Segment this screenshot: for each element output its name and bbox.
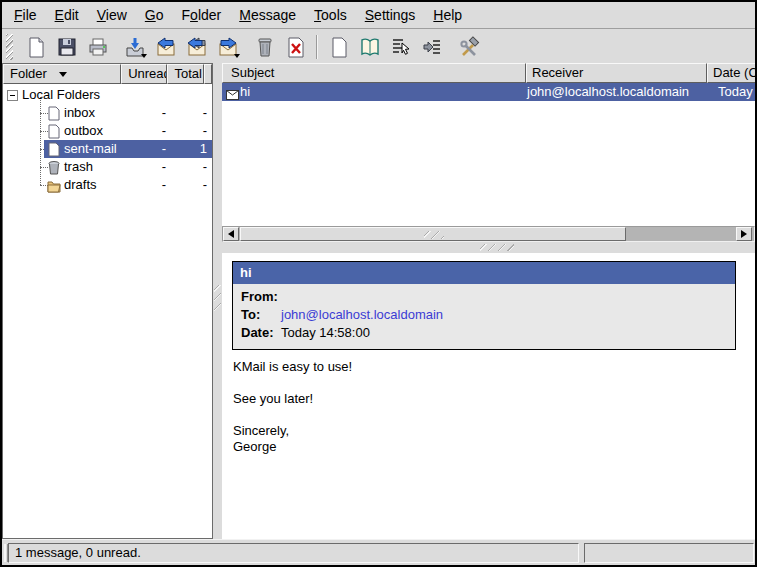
address-book-icon [359,36,381,58]
message-list-header: Subject Receiver Date (Order of Arrival) [222,63,755,83]
new-message-icon [25,36,47,58]
status-secondary-panel [584,543,754,563]
print-icon [87,36,109,58]
save-as-button[interactable] [53,33,80,60]
status-bar: 1 message, 0 unread. [2,539,755,565]
horizontal-splitter[interactable] [222,242,755,253]
message-subject-title: hi [233,262,735,284]
configure-icon [458,36,480,58]
menu-help[interactable]: Help [424,4,471,26]
splitter-grip-icon [480,244,514,251]
column-header-total[interactable]: Total [167,64,204,84]
folder-row-sent-mail[interactable]: sent-mail - 1 [3,140,212,158]
envelope-icon [226,87,239,105]
drafts-folder-icon [47,178,61,192]
status-message: 1 message, 0 unread. [8,543,579,563]
address-book-button[interactable] [356,33,383,60]
menu-file[interactable]: File [5,4,46,26]
folder-list-header: Folder Unread Total [3,64,212,84]
filter-list-icon [421,36,443,58]
menu-go[interactable]: Go [136,4,173,26]
delete-button[interactable] [282,33,309,60]
column-header-filler [204,64,212,84]
horizontal-scrollbar [222,226,755,242]
dropdown-caret-icon [234,54,240,58]
vertical-splitter[interactable] [213,63,222,539]
toolbar-separator [316,35,318,59]
thumb-grip-icon [424,231,444,239]
folder-row-inbox[interactable]: inbox - - [3,104,212,122]
column-header-date[interactable]: Date (Order of Arrival) [707,63,755,83]
dropdown-caret-icon [141,54,147,58]
collapse-expander-icon[interactable] [7,90,18,101]
mark-message-button[interactable] [387,33,414,60]
save-icon [56,36,78,58]
menu-tools[interactable]: Tools [305,4,356,26]
date-value: Today 14:58:00 [281,325,370,340]
message-header-box: hi From: To:john@localhost.localdomain D… [232,261,736,350]
splitter-grip-icon [214,285,221,311]
move-to-trash-button[interactable] [251,33,278,60]
folder-row-outbox[interactable]: outbox - - [3,122,212,140]
folder-panel: Folder Unread Total Local Folders inbox … [2,63,213,539]
menu-view[interactable]: View [88,4,136,26]
configure-button[interactable] [455,33,482,60]
menu-settings[interactable]: Settings [356,4,425,26]
to-address-link[interactable]: john@localhost.localdomain [281,307,443,322]
filter-button[interactable] [418,33,445,60]
scroll-left-button[interactable] [223,227,239,241]
trash-icon [254,36,276,58]
reply-button[interactable] [152,33,179,60]
new-message-button[interactable] [22,33,49,60]
mail-folder-icon [47,124,61,138]
header-to-row: To:john@localhost.localdomain [241,306,735,324]
toolbar [2,30,755,63]
arrow-left-icon [228,230,234,238]
blank-page-icon [328,36,350,58]
toolbar-drag-handle[interactable] [6,34,13,60]
sort-arrow-icon [59,72,67,77]
scrollbar-thumb[interactable] [240,227,626,241]
menu-folder[interactable]: Folder [173,4,231,26]
header-from-row: From: [241,288,735,306]
reply-all-button[interactable] [183,33,210,60]
reply-icon [155,36,177,58]
check-mail-button[interactable] [121,33,148,60]
menubar: File Edit View Go Folder Message Tools S… [2,2,755,29]
forward-button[interactable] [214,33,241,60]
folder-tree: Local Folders inbox - - outbox - - sent-… [3,84,212,538]
message-preview-pane: hi From: To:john@localhost.localdomain D… [222,253,755,539]
menu-edit[interactable]: Edit [46,4,88,26]
scroll-right-button[interactable] [736,227,752,241]
column-header-receiver[interactable]: Receiver [526,63,707,83]
column-header-unread[interactable]: Unread [121,64,167,84]
menu-message[interactable]: Message [230,4,305,26]
trash-folder-icon [47,160,61,174]
delete-icon [285,36,307,58]
column-header-subject[interactable]: Subject [222,63,526,83]
folder-row-local-folders[interactable]: Local Folders [3,86,212,104]
mail-folder-icon [47,142,61,156]
mail-folder-icon [47,106,61,120]
print-button[interactable] [84,33,111,60]
arrow-right-icon [741,230,747,238]
reply-all-icon [186,36,208,58]
folder-row-drafts[interactable]: drafts - - [3,176,212,194]
folder-row-trash[interactable]: trash - - [3,158,212,176]
message-list: hi john@localhost.localdomain Today 14:5… [222,83,755,226]
message-row[interactable]: hi john@localhost.localdomain Today 14:5… [222,83,755,101]
new-window-button[interactable] [325,33,352,60]
column-header-folder[interactable]: Folder [3,64,121,84]
mark-list-icon [390,36,412,58]
folder-root-label: Local Folders [22,86,100,104]
kmail-window: File Edit View Go Folder Message Tools S… [0,0,757,567]
message-body: KMail is easy to use! See you later! Sin… [233,359,747,455]
header-date-row: Date:Today 14:58:00 [241,324,735,342]
